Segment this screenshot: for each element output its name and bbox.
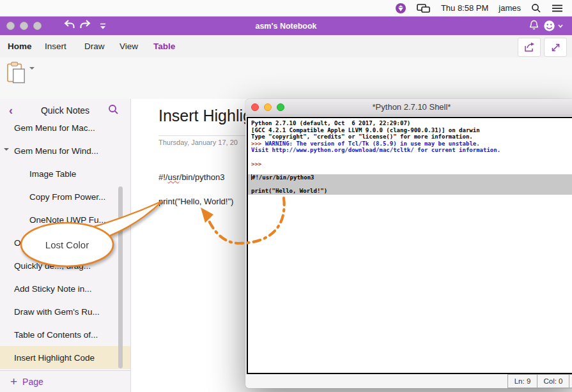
ribbon: Paste ✂ Cut Copy Format Calibri 11 123 bbox=[0, 57, 572, 100]
minimize-window-button[interactable] bbox=[20, 22, 28, 30]
expand-diagonal-icon bbox=[550, 42, 561, 53]
feedback-smiley-icon[interactable] bbox=[543, 20, 563, 32]
shell-line: Type "copyright", "credits" or "license(… bbox=[251, 133, 572, 140]
shell-text-segment: Type "copyright", "credits" or "license(… bbox=[251, 133, 473, 140]
shell-line: Visit http://www.python.org/download/mac… bbox=[251, 147, 572, 154]
page-list-item-label: OneNote UWP Fu... bbox=[0, 215, 106, 225]
shell-text-segment: Visit http://www.python.org/download/mac… bbox=[251, 147, 500, 153]
page-list-item-label: O bbox=[0, 238, 21, 248]
page-list-item[interactable]: Copy From Power... bbox=[0, 185, 130, 208]
notification-center-icon[interactable] bbox=[552, 4, 563, 13]
page-list-item-label: Insert Highlight Code bbox=[0, 353, 95, 363]
page-list-item-label: Image Table bbox=[0, 169, 76, 179]
shell-text-segment: [GCC 4.2.1 Compatible Apple LLVM 9.0.0 (… bbox=[251, 127, 480, 133]
code-line-print[interactable]: print("Hello, World!") bbox=[158, 197, 233, 206]
page-list-item[interactable]: Insert Highlight Code bbox=[0, 346, 130, 369]
ribbon-options-icon[interactable] bbox=[99, 20, 107, 32]
python-window-title: *Python 2.7.10 Shell* bbox=[245, 102, 572, 112]
spotlight-search-icon[interactable] bbox=[531, 3, 541, 13]
share-button[interactable] bbox=[518, 38, 541, 57]
page-list-item[interactable]: Add Sticky Note in... bbox=[0, 277, 130, 300]
share-icon bbox=[523, 42, 535, 52]
tab-insert[interactable]: Insert bbox=[45, 35, 66, 57]
shell-text-segment: #!/usr/bin/python3 bbox=[252, 174, 314, 181]
displays-menu-icon[interactable] bbox=[417, 3, 431, 13]
python-titlebar[interactable]: *Python 2.7.10 Shell* bbox=[245, 99, 572, 116]
paste-button[interactable] bbox=[6, 61, 35, 85]
close-window-button[interactable] bbox=[6, 22, 15, 30]
undo-icon[interactable] bbox=[63, 19, 75, 33]
shell-line: print("Hello, World!") bbox=[248, 188, 572, 195]
shell-line bbox=[248, 181, 572, 188]
page-date: Thursday, January 17, 20 bbox=[158, 139, 238, 146]
bell-icon[interactable] bbox=[529, 20, 539, 33]
shell-text-segment: Python 2.7.10 (default, Oct 6 2017, 22:2… bbox=[251, 120, 410, 126]
ribbon-tab-row: Home Insert Draw View Table bbox=[0, 35, 572, 57]
tab-view[interactable]: View bbox=[120, 35, 138, 57]
onenote-titlebar: asm's Notebook bbox=[0, 17, 572, 35]
status-spacer bbox=[569, 374, 572, 388]
mac-menubar: Thu 8:58 PM james bbox=[0, 0, 572, 17]
shell-line: [GCC 4.2.1 Compatible Apple LLVM 9.0.0 (… bbox=[251, 127, 572, 134]
page-list-sidebar: ‹ Quick Notes Gem Menu for Mac...Gem Men… bbox=[0, 99, 131, 392]
expand-chevron-icon[interactable] bbox=[4, 148, 9, 151]
shell-line: >>> bbox=[251, 161, 572, 168]
shell-line: >>> WARNING: The version of Tcl/Tk (8.5.… bbox=[251, 140, 572, 147]
page-list-item[interactable]: Gem Menu for Wind... bbox=[0, 139, 130, 162]
gem-app-icon[interactable] bbox=[395, 3, 406, 14]
search-icon[interactable] bbox=[108, 104, 119, 117]
page-list-item-label: Copy From Power... bbox=[0, 192, 105, 202]
python-shell-window[interactable]: *Python 2.7.10 Shell* Python 2.7.10 (def… bbox=[245, 99, 572, 388]
tab-table[interactable]: Table bbox=[153, 35, 175, 57]
menubar-user[interactable]: james bbox=[499, 3, 521, 13]
page-list-item-label: Quickly de..., drag... bbox=[0, 261, 91, 271]
tab-home[interactable]: Home bbox=[8, 35, 32, 59]
shell-line: Python 2.7.10 (default, Oct 6 2017, 22:2… bbox=[251, 120, 572, 127]
page-list-item-label: Gem Menu for Mac... bbox=[0, 123, 95, 133]
tab-draw[interactable]: Draw bbox=[84, 35, 105, 57]
shell-line: #!/usr/bin/python3 bbox=[248, 174, 572, 181]
page-list-item[interactable]: Image Table bbox=[0, 162, 130, 185]
redo-icon[interactable] bbox=[79, 19, 91, 33]
paste-clipboard-icon bbox=[6, 61, 27, 84]
code-line-shebang[interactable]: #!/usr/bin/python3 bbox=[158, 172, 224, 182]
zoom-window-button[interactable] bbox=[33, 22, 42, 30]
shell-text-segment: >>> bbox=[251, 161, 265, 167]
page-list-item[interactable]: Gem Menu for Mac... bbox=[0, 116, 130, 139]
shell-text-segment: WARNING: The version of Tcl/Tk (8.5.9) i… bbox=[265, 140, 480, 147]
shell-line bbox=[251, 167, 572, 174]
page-list-item-label: Add Sticky Note in... bbox=[0, 284, 92, 294]
screen: Thu 8:58 PM james asm's Notebook bbox=[0, 0, 572, 392]
page-list-item[interactable]: O bbox=[0, 231, 130, 254]
page-list-item[interactable]: OneNote UWP Fu... bbox=[0, 208, 130, 231]
page-list-item[interactable]: Quickly de..., drag... bbox=[0, 254, 130, 277]
plus-icon: + bbox=[10, 375, 17, 389]
page-list-item-label: Draw with Gem's Ru... bbox=[0, 307, 100, 317]
add-page-label: Page bbox=[22, 377, 43, 387]
add-page-row[interactable]: + Page bbox=[0, 370, 130, 392]
status-col-indicator: Col: 0 bbox=[537, 374, 569, 388]
fullscreen-button[interactable] bbox=[544, 38, 567, 57]
page-list-item[interactable]: Table of Contents of... bbox=[0, 323, 130, 346]
page-list-item-label: Gem Menu for Wind... bbox=[0, 146, 98, 156]
shell-text-area[interactable]: Python 2.7.10 (default, Oct 6 2017, 22:2… bbox=[247, 117, 572, 374]
shell-text-segment: >>> bbox=[251, 140, 265, 147]
shell-line bbox=[251, 154, 572, 161]
menubar-clock[interactable]: Thu 8:58 PM bbox=[441, 3, 488, 13]
page-list-item[interactable]: Draw with Gem's Ru... bbox=[0, 300, 130, 323]
page-list-item-label: Table of Contents of... bbox=[0, 330, 98, 340]
status-line-indicator: Ln: 9 bbox=[507, 374, 537, 388]
python-status-bar: Ln: 9 Col: 0 bbox=[245, 374, 572, 388]
sidebar-scrollbar-thumb[interactable] bbox=[118, 186, 123, 368]
shell-text-segment: print("Hello, World!") bbox=[251, 188, 327, 194]
paste-dropdown-chevron bbox=[29, 67, 35, 70]
